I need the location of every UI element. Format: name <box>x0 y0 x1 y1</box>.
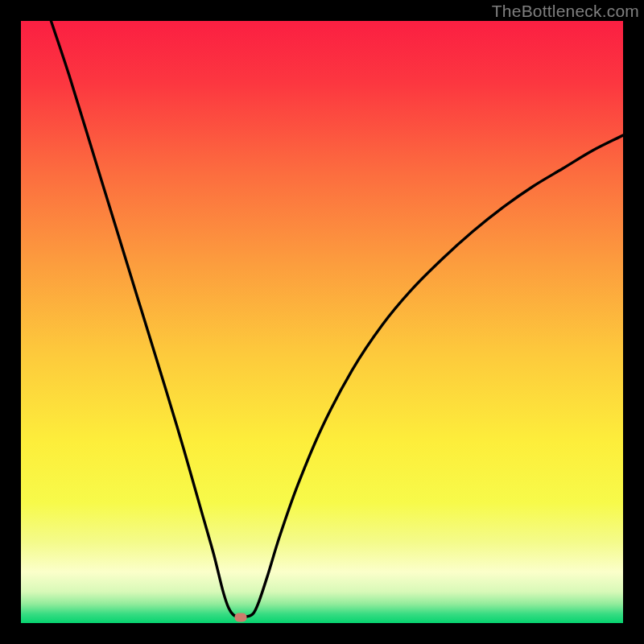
optimum-marker <box>235 613 247 621</box>
chart-frame: TheBottleneck.com <box>0 0 644 644</box>
watermark-text: TheBottleneck.com <box>492 2 639 21</box>
bottleneck-curve <box>21 21 623 623</box>
chart-plot-area <box>21 21 623 623</box>
